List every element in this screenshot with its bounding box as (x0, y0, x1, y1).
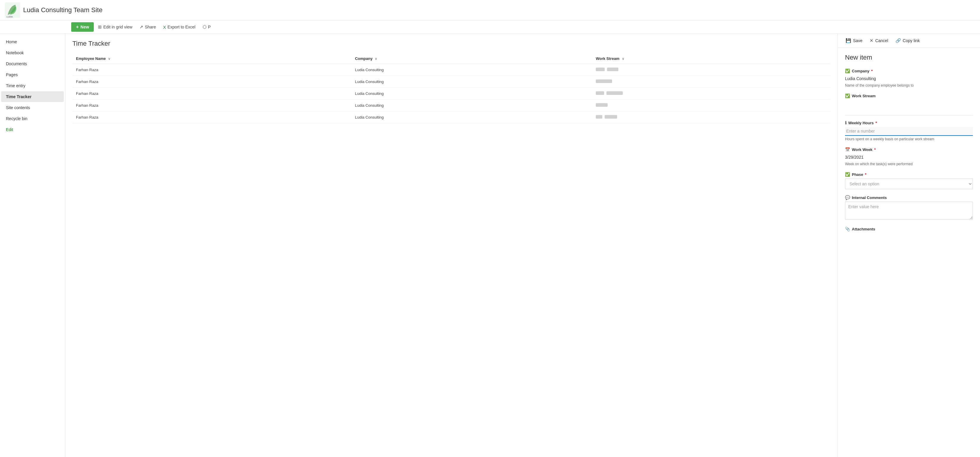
divider-1 (845, 115, 973, 116)
blurred-ws-1 (596, 115, 602, 119)
company-required: * (871, 69, 873, 73)
blurred-ws-1 (596, 68, 605, 71)
company-value: Ludia Consulting (355, 68, 383, 72)
share-button[interactable]: ↗ Share (137, 22, 159, 32)
blurred-ws-1 (596, 103, 608, 107)
phase-field-group: ✅ Phase * Select an option (845, 172, 973, 189)
logo-area: LUDIA CONSULTING Ludia Consulting Team S… (5, 2, 102, 18)
company-cell: Ludia Consulting (351, 100, 592, 111)
sidebar-item-time-entry[interactable]: Time entry (1, 80, 64, 91)
col-employee-name[interactable]: Employee Name ∨ (72, 53, 351, 64)
company-check-icon: ✅ (845, 68, 850, 73)
list-title: Time Tracker (72, 40, 830, 48)
share-label: Share (145, 25, 156, 29)
company-value: Ludia Consulting (355, 103, 383, 108)
blurred-ws-2 (606, 91, 623, 95)
link-icon: 🔗 (896, 38, 901, 43)
phase-select[interactable]: Select an option (845, 179, 973, 189)
blurred-ws-1 (596, 91, 604, 95)
power-label: P (208, 25, 211, 29)
work-week-value[interactable]: 3/29/2021 (845, 154, 973, 161)
sidebar-item-documents[interactable]: Documents (1, 59, 64, 69)
company-field-hint: Name of the company employee belongs to (845, 83, 973, 87)
plus-icon: + (76, 24, 79, 30)
weekly-hours-input[interactable] (845, 127, 973, 136)
export-label: Export to Excel (168, 25, 196, 29)
sidebar-item-notebook[interactable]: Notebook (1, 48, 64, 58)
workstream-field-label: ✅ Work Stream (845, 94, 973, 98)
save-button[interactable]: 💾 Save (843, 36, 865, 45)
workstream-cell (592, 64, 830, 76)
svg-text:LUDIA: LUDIA (6, 16, 13, 18)
employee-name-cell[interactable]: Farhan Raza (72, 88, 351, 100)
phase-field-label: ✅ Phase * (845, 172, 973, 177)
col-company[interactable]: Company ∨ (351, 53, 592, 64)
table-row: Farhan Raza Ludia Consulting (72, 111, 830, 123)
sidebar-item-home[interactable]: Home (1, 36, 64, 47)
cancel-button[interactable]: ✕ Cancel (867, 36, 891, 45)
power-button[interactable]: ⬡ P (200, 22, 214, 32)
panel-content: New item ✅ Company * Ludia Consulting Na… (838, 48, 980, 457)
employee-name-cell[interactable]: Farhan Raza (72, 111, 351, 123)
logo-icon: LUDIA CONSULTING (5, 2, 20, 18)
attachments-field-group: 📎 Attachments (845, 227, 973, 231)
panel-toolbar: 💾 Save ✕ Cancel 🔗 Copy link (838, 34, 980, 48)
internal-comments-input[interactable] (845, 202, 973, 219)
sidebar-item-recycle-bin[interactable]: Recycle bin (1, 113, 64, 124)
excel-icon: X (163, 25, 166, 30)
company-value: Ludia Consulting (355, 91, 383, 96)
col-work-stream[interactable]: Work Stream ∨ (592, 53, 830, 64)
sidebar-item-edit[interactable]: Edit (1, 124, 64, 135)
sidebar-item-site-contents[interactable]: Site contents (1, 102, 64, 113)
company-field-label: ✅ Company * (845, 68, 973, 73)
company-field-value: Ludia Consulting (845, 75, 973, 82)
sort-icon-company: ∨ (375, 57, 377, 60)
table-row: Farhan Raza Ludia Consulting (72, 76, 830, 88)
phase-required: * (865, 172, 866, 177)
workstream-check-icon: ✅ (845, 94, 850, 98)
cancel-label: Cancel (875, 38, 888, 43)
save-icon: 💾 (846, 38, 851, 43)
save-label: Save (853, 38, 862, 43)
weekly-hours-field-group: ℹ Weekly Hours * Hours spent on a weekly… (845, 121, 973, 141)
company-field-group: ✅ Company * Ludia Consulting Name of the… (845, 68, 973, 87)
comment-icon: 💬 (845, 195, 850, 200)
work-week-field-label: 📅 Work Week * (845, 147, 973, 152)
main-layout: Home Notebook Documents Pages Time entry… (0, 34, 980, 457)
panel-title: New item (845, 54, 973, 61)
sidebar-item-time-tracker[interactable]: Time Tracker (1, 91, 64, 102)
edit-grid-button[interactable]: ⊞ Edit in grid view (95, 22, 135, 32)
blurred-ws-1 (596, 79, 612, 83)
employee-name-cell[interactable]: Farhan Raza (72, 64, 351, 76)
right-panel: 💾 Save ✕ Cancel 🔗 Copy link New item ✅ C… (838, 34, 980, 457)
employee-name-cell[interactable]: Farhan Raza (72, 76, 351, 88)
copy-link-button[interactable]: 🔗 Copy link (892, 36, 923, 45)
paperclip-icon: 📎 (845, 227, 850, 231)
edit-grid-label: Edit in grid view (103, 25, 132, 29)
company-value: Ludia Consulting (355, 79, 383, 84)
share-icon: ↗ (140, 24, 143, 30)
export-button[interactable]: X Export to Excel (160, 23, 199, 32)
employee-name-cell[interactable]: Farhan Raza (72, 100, 351, 111)
table-row: Farhan Raza Ludia Consulting (72, 64, 830, 76)
weekly-hours-required: * (875, 121, 877, 125)
sidebar-item-pages[interactable]: Pages (1, 70, 64, 80)
phase-check-icon: ✅ (845, 172, 850, 177)
grid-icon: ⊞ (98, 24, 102, 30)
new-label: New (80, 25, 89, 29)
blurred-ws-2 (605, 115, 617, 119)
blurred-ws-2 (607, 68, 618, 71)
sort-icon-workstream: ∨ (622, 57, 624, 60)
action-bar: + New ⊞ Edit in grid view ↗ Share X Expo… (0, 21, 980, 34)
company-value: Ludia Consulting (355, 115, 383, 119)
new-button[interactable]: + New (71, 22, 94, 32)
copy-link-label: Copy link (903, 38, 920, 43)
info-icon: ℹ (845, 121, 846, 125)
tracker-table: Employee Name ∨ Company ∨ Work Stream ∨ … (72, 53, 830, 123)
work-week-field-group: 📅 Work Week * 3/29/2021 Week on which th… (845, 147, 973, 166)
internal-comments-field-group: 💬 Internal Comments (845, 195, 973, 221)
workstream-cell (592, 76, 830, 88)
site-title: Ludia Consulting Team Site (23, 6, 102, 14)
work-week-required: * (874, 148, 876, 152)
workstream-cell (592, 100, 830, 111)
